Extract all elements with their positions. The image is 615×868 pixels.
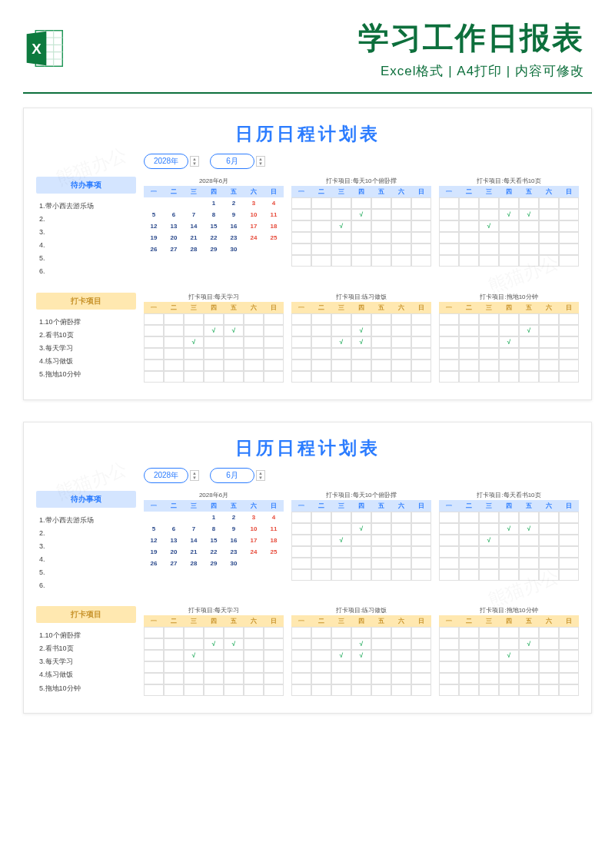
tracker-cell[interactable] <box>439 371 459 383</box>
tracker-cell[interactable]: √ <box>499 336 519 348</box>
tracker-cell[interactable] <box>539 627 559 638</box>
tracker-cell[interactable] <box>439 244 459 255</box>
tracker-cell[interactable]: √ <box>519 523 539 535</box>
tracker-cell[interactable] <box>264 359 284 371</box>
tracker-cell[interactable] <box>204 650 224 661</box>
tracker-cell[interactable] <box>291 348 311 359</box>
tracker-cell[interactable] <box>164 627 184 638</box>
tracker-cell[interactable] <box>439 325 459 336</box>
tracker-cell[interactable] <box>204 684 224 696</box>
tracker-cell[interactable] <box>519 650 539 661</box>
tracker-cell[interactable] <box>264 638 284 650</box>
tracker-cell[interactable] <box>559 684 579 696</box>
tracker-cell[interactable] <box>371 220 391 232</box>
tracker-cell[interactable] <box>391 255 411 267</box>
tracker-cell[interactable] <box>331 325 351 336</box>
tracker-cell[interactable] <box>559 325 579 336</box>
tracker-cell[interactable] <box>144 684 164 696</box>
tracker-cell[interactable] <box>539 523 559 535</box>
tracker-cell[interactable] <box>519 232 539 244</box>
tracker-cell[interactable] <box>224 684 244 696</box>
tracker-cell[interactable] <box>371 661 391 673</box>
tracker-cell[interactable] <box>559 244 579 255</box>
tracker-cell[interactable] <box>144 336 164 348</box>
tracker-cell[interactable] <box>184 684 204 696</box>
tracker-cell[interactable] <box>539 661 559 673</box>
tracker-cell[interactable] <box>439 673 459 684</box>
tracker-cell[interactable] <box>539 348 559 359</box>
tracker-cell[interactable] <box>371 535 391 546</box>
tracker-cell[interactable] <box>331 313 351 325</box>
tracker-cell[interactable] <box>411 569 431 581</box>
tracker-cell[interactable] <box>519 673 539 684</box>
tracker-cell[interactable] <box>391 638 411 650</box>
tracker-cell[interactable] <box>291 535 311 546</box>
tracker-cell[interactable] <box>539 244 559 255</box>
tracker-cell[interactable] <box>459 650 479 661</box>
tracker-cell[interactable] <box>439 684 459 696</box>
tracker-cell[interactable] <box>291 638 311 650</box>
tracker-cell[interactable] <box>184 313 204 325</box>
tracker-grid[interactable]: √√√ <box>439 197 579 267</box>
tracker-cell[interactable] <box>164 336 184 348</box>
tracker-cell[interactable] <box>311 371 331 383</box>
tracker-cell[interactable] <box>224 348 244 359</box>
tracker-cell[interactable] <box>391 512 411 523</box>
tracker-cell[interactable] <box>291 523 311 535</box>
tracker-cell[interactable] <box>264 336 284 348</box>
tracker-cell[interactable] <box>331 661 351 673</box>
tracker-cell[interactable] <box>559 313 579 325</box>
tracker-cell[interactable] <box>391 232 411 244</box>
tracker-cell[interactable] <box>499 627 519 638</box>
tracker-cell[interactable] <box>459 673 479 684</box>
tracker-cell[interactable] <box>291 371 311 383</box>
tracker-cell[interactable] <box>459 325 479 336</box>
tracker-cell[interactable] <box>519 313 539 325</box>
tracker-cell[interactable] <box>351 673 371 684</box>
tracker-cell[interactable] <box>291 232 311 244</box>
tracker-cell[interactable] <box>204 661 224 673</box>
tracker-cell[interactable] <box>311 661 331 673</box>
tracker-cell[interactable] <box>519 661 539 673</box>
tracker-cell[interactable] <box>539 197 559 209</box>
tracker-cell[interactable] <box>371 558 391 569</box>
tracker-cell[interactable] <box>331 371 351 383</box>
tracker-cell[interactable] <box>539 558 559 569</box>
tracker-cell[interactable] <box>411 627 431 638</box>
tracker-cell[interactable] <box>264 684 284 696</box>
tracker-cell[interactable] <box>331 359 351 371</box>
tracker-cell[interactable] <box>371 336 391 348</box>
tracker-cell[interactable] <box>144 673 164 684</box>
tracker-cell[interactable] <box>459 209 479 220</box>
tracker-cell[interactable] <box>539 371 559 383</box>
tracker-cell[interactable] <box>539 313 559 325</box>
tracker-cell[interactable] <box>391 569 411 581</box>
year-selector[interactable]: 2028年 <box>144 468 188 483</box>
tracker-grid[interactable]: √√√ <box>439 512 579 581</box>
tracker-cell[interactable] <box>439 348 459 359</box>
tracker-cell[interactable] <box>411 336 431 348</box>
tracker-cell[interactable] <box>539 684 559 696</box>
tracker-cell[interactable] <box>351 348 371 359</box>
tracker-cell[interactable] <box>311 325 331 336</box>
tracker-cell[interactable] <box>351 244 371 255</box>
tracker-cell[interactable] <box>264 650 284 661</box>
tracker-cell[interactable] <box>411 650 431 661</box>
tracker-cell[interactable]: √ <box>499 523 519 535</box>
tracker-cell[interactable] <box>519 197 539 209</box>
tracker-cell[interactable] <box>291 650 311 661</box>
tracker-cell[interactable] <box>439 220 459 232</box>
tracker-cell[interactable] <box>559 546 579 558</box>
tracker-cell[interactable] <box>499 348 519 359</box>
tracker-cell[interactable] <box>519 546 539 558</box>
tracker-cell[interactable] <box>519 348 539 359</box>
tracker-cell[interactable] <box>459 220 479 232</box>
tracker-cell[interactable] <box>479 569 499 581</box>
tracker-cell[interactable] <box>331 627 351 638</box>
tracker-cell[interactable] <box>371 569 391 581</box>
tracker-cell[interactable]: √ <box>519 325 539 336</box>
tracker-cell[interactable]: √ <box>351 650 371 661</box>
tracker-cell[interactable] <box>439 627 459 638</box>
tracker-cell[interactable] <box>479 638 499 650</box>
tracker-cell[interactable] <box>539 569 559 581</box>
